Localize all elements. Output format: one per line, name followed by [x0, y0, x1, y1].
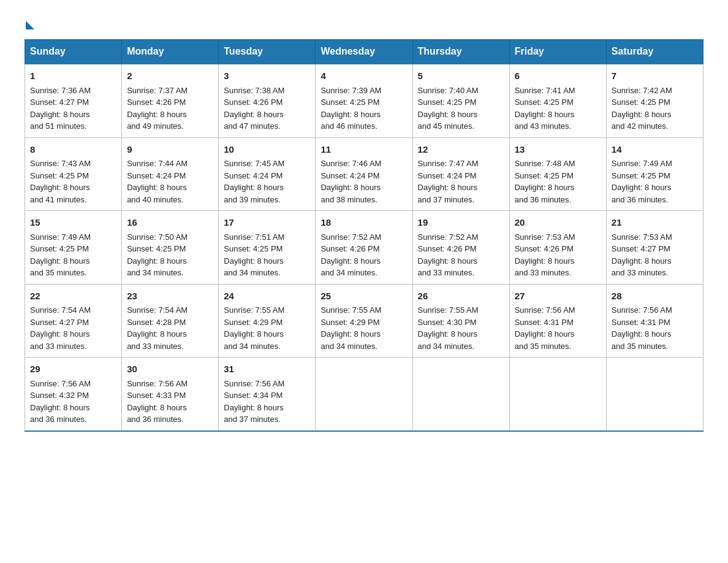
day-info: Sunrise: 7:43 AMSunset: 4:25 PMDaylight:… [30, 159, 91, 204]
day-number: 29 [30, 362, 116, 377]
calendar-cell: 25 Sunrise: 7:55 AMSunset: 4:29 PMDaylig… [316, 284, 412, 358]
calendar-week-row: 1 Sunrise: 7:36 AMSunset: 4:27 PMDayligh… [25, 64, 703, 137]
calendar-header-row: SundayMondayTuesdayWednesdayThursdayFrid… [25, 40, 703, 64]
day-info: Sunrise: 7:41 AMSunset: 4:25 PMDaylight:… [515, 86, 575, 131]
calendar-cell: 14 Sunrise: 7:49 AMSunset: 4:25 PMDaylig… [606, 137, 703, 211]
calendar-cell: 29 Sunrise: 7:56 AMSunset: 4:32 PMDaylig… [25, 358, 122, 431]
day-info: Sunrise: 7:52 AMSunset: 4:26 PMDaylight:… [418, 232, 479, 278]
calendar-cell: 4 Sunrise: 7:39 AMSunset: 4:25 PMDayligh… [316, 64, 412, 137]
day-info: Sunrise: 7:39 AMSunset: 4:25 PMDaylight:… [320, 86, 381, 131]
day-number: 30 [127, 362, 213, 377]
day-number: 6 [515, 69, 601, 83]
calendar-cell: 11 Sunrise: 7:46 AMSunset: 4:24 PMDaylig… [316, 137, 412, 211]
day-number: 13 [515, 143, 601, 157]
column-header-monday: Monday [122, 40, 219, 64]
calendar-cell: 15 Sunrise: 7:49 AMSunset: 4:25 PMDaylig… [25, 211, 122, 285]
day-number: 10 [224, 143, 310, 157]
day-info: Sunrise: 7:36 AMSunset: 4:27 PMDaylight:… [30, 86, 91, 131]
day-info: Sunrise: 7:54 AMSunset: 4:27 PMDaylight:… [30, 305, 91, 351]
calendar-cell: 21 Sunrise: 7:53 AMSunset: 4:27 PMDaylig… [606, 211, 703, 285]
day-info: Sunrise: 7:44 AMSunset: 4:24 PMDaylight:… [127, 159, 188, 204]
column-header-tuesday: Tuesday [219, 40, 316, 64]
day-info: Sunrise: 7:37 AMSunset: 4:26 PMDaylight:… [127, 86, 188, 131]
calendar-week-row: 15 Sunrise: 7:49 AMSunset: 4:25 PMDaylig… [25, 211, 703, 285]
day-info: Sunrise: 7:38 AMSunset: 4:26 PMDaylight:… [224, 86, 284, 131]
calendar-cell: 18 Sunrise: 7:52 AMSunset: 4:26 PMDaylig… [316, 211, 412, 285]
calendar-cell: 28 Sunrise: 7:56 AMSunset: 4:31 PMDaylig… [606, 284, 703, 358]
calendar-cell [412, 358, 509, 431]
day-info: Sunrise: 7:47 AMSunset: 4:24 PMDaylight:… [418, 159, 479, 204]
day-info: Sunrise: 7:55 AMSunset: 4:30 PMDaylight:… [418, 305, 479, 351]
day-number: 20 [515, 216, 601, 230]
day-number: 22 [30, 289, 116, 304]
day-info: Sunrise: 7:40 AMSunset: 4:25 PMDaylight:… [418, 86, 479, 131]
day-info: Sunrise: 7:55 AMSunset: 4:29 PMDaylight:… [224, 305, 284, 351]
day-number: 15 [30, 216, 116, 230]
day-info: Sunrise: 7:52 AMSunset: 4:26 PMDaylight:… [320, 232, 381, 278]
calendar-cell: 1 Sunrise: 7:36 AMSunset: 4:27 PMDayligh… [25, 64, 122, 137]
calendar-cell: 5 Sunrise: 7:40 AMSunset: 4:25 PMDayligh… [412, 64, 509, 137]
calendar-cell [316, 358, 412, 431]
day-number: 2 [127, 69, 213, 83]
calendar-cell: 12 Sunrise: 7:47 AMSunset: 4:24 PMDaylig… [412, 137, 509, 211]
day-number: 11 [320, 143, 407, 157]
calendar-cell: 13 Sunrise: 7:48 AMSunset: 4:25 PMDaylig… [509, 137, 606, 211]
day-number: 23 [127, 289, 213, 304]
day-info: Sunrise: 7:56 AMSunset: 4:31 PMDaylight:… [612, 305, 672, 351]
calendar-cell: 8 Sunrise: 7:43 AMSunset: 4:25 PMDayligh… [25, 137, 122, 211]
calendar-cell: 30 Sunrise: 7:56 AMSunset: 4:33 PMDaylig… [122, 358, 219, 431]
calendar-cell: 9 Sunrise: 7:44 AMSunset: 4:24 PMDayligh… [122, 137, 219, 211]
day-number: 1 [30, 69, 116, 83]
calendar-cell [606, 358, 703, 431]
day-info: Sunrise: 7:51 AMSunset: 4:25 PMDaylight:… [224, 232, 284, 278]
column-header-sunday: Sunday [25, 40, 122, 64]
calendar-week-row: 8 Sunrise: 7:43 AMSunset: 4:25 PMDayligh… [25, 137, 703, 211]
day-info: Sunrise: 7:49 AMSunset: 4:25 PMDaylight:… [612, 159, 672, 204]
day-number: 8 [30, 143, 116, 157]
calendar-table: SundayMondayTuesdayWednesdayThursdayFrid… [25, 39, 703, 432]
day-number: 27 [515, 289, 601, 304]
calendar-cell: 16 Sunrise: 7:50 AMSunset: 4:25 PMDaylig… [122, 211, 219, 285]
calendar-cell: 23 Sunrise: 7:54 AMSunset: 4:28 PMDaylig… [122, 284, 219, 358]
day-info: Sunrise: 7:56 AMSunset: 4:32 PMDaylight:… [30, 379, 91, 424]
day-number: 31 [224, 362, 310, 377]
day-number: 3 [224, 69, 310, 83]
day-number: 26 [418, 289, 504, 304]
day-info: Sunrise: 7:53 AMSunset: 4:26 PMDaylight:… [515, 232, 575, 278]
day-info: Sunrise: 7:42 AMSunset: 4:25 PMDaylight:… [612, 86, 672, 131]
calendar-cell [509, 358, 606, 431]
day-info: Sunrise: 7:54 AMSunset: 4:28 PMDaylight:… [127, 305, 188, 351]
day-number: 21 [612, 216, 698, 230]
day-number: 16 [127, 216, 213, 230]
calendar-cell: 22 Sunrise: 7:54 AMSunset: 4:27 PMDaylig… [25, 284, 122, 358]
day-info: Sunrise: 7:55 AMSunset: 4:29 PMDaylight:… [320, 305, 381, 351]
column-header-wednesday: Wednesday [316, 40, 412, 64]
logo [25, 18, 34, 27]
day-info: Sunrise: 7:53 AMSunset: 4:27 PMDaylight:… [612, 232, 672, 278]
day-info: Sunrise: 7:49 AMSunset: 4:25 PMDaylight:… [30, 232, 91, 278]
day-info: Sunrise: 7:50 AMSunset: 4:25 PMDaylight:… [127, 232, 188, 278]
day-info: Sunrise: 7:56 AMSunset: 4:34 PMDaylight:… [224, 379, 284, 424]
calendar-cell: 3 Sunrise: 7:38 AMSunset: 4:26 PMDayligh… [219, 64, 316, 137]
day-number: 19 [418, 216, 504, 230]
day-info: Sunrise: 7:56 AMSunset: 4:31 PMDaylight:… [515, 305, 575, 351]
day-number: 28 [612, 289, 698, 304]
column-header-thursday: Thursday [412, 40, 509, 64]
calendar-week-row: 29 Sunrise: 7:56 AMSunset: 4:32 PMDaylig… [25, 358, 703, 431]
calendar-cell: 7 Sunrise: 7:42 AMSunset: 4:25 PMDayligh… [606, 64, 703, 137]
day-number: 18 [320, 216, 407, 230]
logo-arrow-icon [26, 21, 34, 29]
day-number: 7 [612, 69, 698, 83]
calendar-cell: 27 Sunrise: 7:56 AMSunset: 4:31 PMDaylig… [509, 284, 606, 358]
day-number: 17 [224, 216, 310, 230]
day-info: Sunrise: 7:48 AMSunset: 4:25 PMDaylight:… [515, 159, 575, 204]
calendar-cell: 26 Sunrise: 7:55 AMSunset: 4:30 PMDaylig… [412, 284, 509, 358]
day-number: 24 [224, 289, 310, 304]
day-info: Sunrise: 7:45 AMSunset: 4:24 PMDaylight:… [224, 159, 284, 204]
calendar-cell: 10 Sunrise: 7:45 AMSunset: 4:24 PMDaylig… [219, 137, 316, 211]
calendar-cell: 31 Sunrise: 7:56 AMSunset: 4:34 PMDaylig… [219, 358, 316, 431]
day-number: 14 [612, 143, 698, 157]
calendar-cell: 17 Sunrise: 7:51 AMSunset: 4:25 PMDaylig… [219, 211, 316, 285]
calendar-cell: 24 Sunrise: 7:55 AMSunset: 4:29 PMDaylig… [219, 284, 316, 358]
day-number: 25 [320, 289, 407, 304]
